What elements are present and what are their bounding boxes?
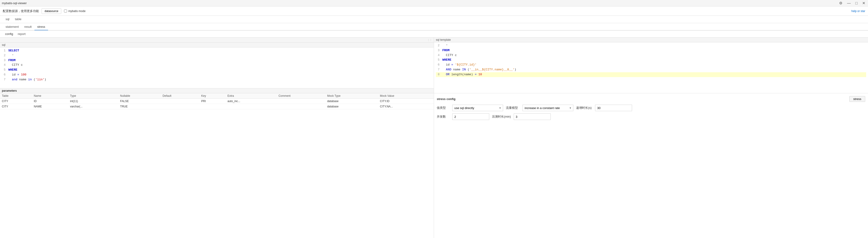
sql-template-header: sql template — [434, 37, 868, 43]
config-row-1: 值类型 use sql directly use template 流量模型 i… — [437, 105, 865, 111]
value-type-select-wrapper: use sql directly use template — [452, 105, 503, 111]
sql-editor[interactable]: 1 SELECT 2 * 3 FROM 4 CITY c 5 WHE — [0, 48, 434, 83]
sql-line-6: 6 id = 100 — [2, 73, 432, 77]
sql-line-3: 3 FROM — [2, 58, 432, 63]
delay-label: 递增时长(s) — [576, 106, 592, 110]
nav-tabs: sql table — [0, 16, 868, 23]
col-name: Name — [32, 93, 68, 99]
tab-result[interactable]: result — [22, 24, 34, 30]
cell-nullable-2: TRUE — [118, 104, 161, 109]
sql-editor-panel: ⋮⋮ sql 1 SELECT 2 * 3 FROM 4 — [0, 37, 434, 88]
settings-icon[interactable]: ⚙ — [838, 1, 843, 5]
duration-input[interactable] — [514, 113, 551, 120]
sql-template-editor[interactable]: 2 * 3 FROM 4 CITY c 5 WHERE 6 id = '${CI… — [434, 43, 868, 93]
cell-name-2: NAME — [32, 104, 68, 109]
concurrency-label: 并发数 — [437, 114, 450, 119]
col-type: Type — [68, 93, 118, 99]
cell-table-2: CITY — [0, 104, 32, 109]
sql-line-7: 7 and name in ('lin') — [2, 77, 432, 82]
parameters-header: parameters — [0, 88, 434, 93]
flow-model-label: 流量模型 — [506, 106, 520, 110]
sub-tabs: statement result stress — [0, 23, 868, 31]
parameters-panel: parameters Table Name Type Nullable Defa… — [0, 88, 434, 238]
table-row: CITY ID int(11) FALSE PRI auto_inc... da… — [0, 99, 434, 104]
cell-default-1 — [161, 99, 199, 104]
cell-type-1: int(11) — [68, 99, 118, 104]
sql-label: sql — [2, 43, 5, 47]
sql-line-5: 5 WHERE — [2, 68, 432, 73]
datasource-button[interactable]: datasource — [41, 8, 61, 14]
cell-extra-2 — [225, 104, 277, 109]
duration-label: 压测时长(min) — [492, 114, 511, 119]
col-extra: Extra — [225, 93, 277, 99]
stress-config-header: stress config stress — [437, 96, 865, 102]
template-line-6: 6 id = '${CITY.id}' — [436, 62, 866, 68]
concurrency-input[interactable] — [452, 113, 489, 120]
value-type-label: 值类型 — [437, 106, 450, 110]
col-mock-type: Mock Type — [326, 93, 378, 99]
sql-template-label: sql template — [436, 38, 451, 42]
sql-editor-header: ⋮⋮ — [0, 37, 434, 43]
toolbar-left: 配置数据源，使用更多功能 datasource mybatis mode — [3, 8, 86, 14]
close-button[interactable]: ✕ — [861, 1, 866, 5]
col-table: Table — [0, 93, 32, 99]
maximize-button[interactable]: □ — [855, 1, 859, 5]
tab-statement[interactable]: statement — [3, 24, 22, 30]
template-line-4: 4 CITY c — [436, 53, 866, 58]
cell-key-1: PRI — [199, 99, 226, 104]
content-tabs: config report — [0, 31, 868, 37]
main-content: ⋮⋮ sql 1 SELECT 2 * 3 FROM 4 — [0, 37, 868, 238]
col-key: Key — [199, 93, 226, 99]
cell-nullable-1: FALSE — [118, 99, 161, 104]
tab-report[interactable]: report — [16, 31, 28, 36]
cell-table-1: CITY — [0, 99, 32, 104]
sql-line-2: 2 * — [2, 53, 432, 58]
value-type-select[interactable]: use sql directly use template — [452, 105, 503, 111]
minimize-button[interactable]: — — [846, 1, 851, 5]
titlebar: mybatis-sql-viewer ⚙ — □ ✕ — [0, 0, 868, 6]
stress-config-title: stress config — [437, 97, 456, 101]
col-nullable: Nullable — [118, 93, 161, 99]
parameters-table: Table Name Type Nullable Default Key Ext… — [0, 93, 434, 109]
toolbar: 配置数据源，使用更多功能 datasource mybatis mode hel… — [0, 6, 868, 16]
cell-comment-2 — [277, 104, 326, 109]
stress-config-panel: stress config stress 值类型 use sql directl… — [434, 93, 868, 238]
table-row: CITY NAME varchar(... TRUE database CITY… — [0, 104, 434, 109]
left-panel: ⋮⋮ sql 1 SELECT 2 * 3 FROM 4 — [0, 37, 434, 238]
delay-input[interactable] — [595, 105, 632, 111]
mybatis-mode-checkbox[interactable] — [64, 9, 67, 12]
template-line-7: 7 AND name IN ('__in__${CITY.name}__0__'… — [436, 68, 866, 72]
sql-line-4: 4 CITY c — [2, 63, 432, 68]
tab-table[interactable]: table — [12, 16, 24, 23]
template-line-8: 8 OR length(name) = 10 — [436, 72, 866, 77]
cell-mock-type-1: database — [326, 99, 378, 104]
template-line-5: 5 WHERE — [436, 58, 866, 62]
cell-extra-1: auto_inc... — [225, 99, 277, 104]
cell-mock-value-2: CITY.NA... — [378, 104, 434, 109]
drag-handle-icon: ⋮⋮ — [427, 39, 432, 41]
flow-model-select-wrapper: increase in a constant rate constant rat… — [523, 105, 574, 111]
flow-model-select[interactable]: increase in a constant rate constant rat… — [523, 105, 574, 111]
cell-type-2: varchar(... — [68, 104, 118, 109]
col-default: Default — [161, 93, 199, 99]
cell-key-2 — [199, 104, 226, 109]
tab-config[interactable]: config — [3, 31, 16, 36]
tab-sql[interactable]: sql — [3, 16, 12, 23]
col-mock-value: Mock Value — [378, 93, 434, 99]
mybatis-mode-label: mybatis mode — [68, 9, 86, 13]
template-line-3: 3 FROM — [436, 48, 866, 53]
help-link[interactable]: help or star — [851, 9, 865, 13]
config-prompt: 配置数据源，使用更多功能 — [3, 9, 39, 13]
table-header-row: Table Name Type Nullable Default Key Ext… — [0, 93, 434, 99]
cell-mock-value-1: CITY.ID — [378, 99, 434, 104]
cell-comment-1 — [277, 99, 326, 104]
stress-button[interactable]: stress — [849, 96, 865, 102]
window-controls: ⚙ — □ ✕ — [838, 1, 866, 5]
cell-name-1: ID — [32, 99, 68, 104]
tab-stress[interactable]: stress — [34, 24, 48, 30]
cell-default-2 — [161, 104, 199, 109]
app-title: mybatis-sql-viewer — [2, 1, 27, 5]
mybatis-mode-toggle[interactable]: mybatis mode — [64, 9, 86, 13]
cell-mock-type-2: database — [326, 104, 378, 109]
col-comment: Comment — [277, 93, 326, 99]
